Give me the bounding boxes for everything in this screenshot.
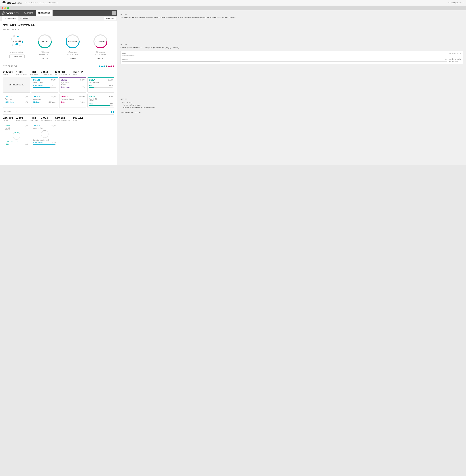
stat-engagement: 1,303 ENGAGEMENT (16, 70, 27, 75)
goal-card-grow-core[interactable]: GROW $1,000 Core audience +28 +529 (87, 77, 114, 93)
notes-section-1: NOTES Ambient goals are ongoing week ove… (120, 13, 463, 19)
chrome-minimize[interactable] (4, 7, 6, 9)
nav-settings-btn[interactable] (112, 11, 116, 15)
goal-preview-budget: $remaining budget (448, 53, 461, 54)
notes-title-2: NOTES (120, 44, 463, 46)
ended-primary-0: +380 (5, 143, 9, 145)
goal-name-7: Age: 20-24Women (89, 98, 113, 102)
notes-title-1: NOTES (120, 13, 463, 15)
new-ad-button[interactable]: NEW AD (104, 17, 116, 20)
stat-value-gen-label: VALUE GENERATED (55, 74, 70, 75)
content: STUART WEITZMAN AMBIENT GOALS (0, 21, 117, 151)
ended-goal-name-0: Age: 20-24Women (5, 127, 28, 131)
stat-spent-label: SPENT (73, 74, 83, 75)
stat-engagement-value: 1,303 (16, 70, 27, 74)
app-nav-logo: SOCIALFLOW (1, 12, 19, 15)
stat-reach-label: REACH (3, 74, 13, 75)
notes-text-2: Current goals color-coded for each type … (120, 46, 463, 49)
chrome-maximize[interactable] (7, 7, 9, 9)
ended-card-grow[interactable]: GROW $1,000 Age: 20-24Women → GOAL EXCEE… (3, 123, 30, 148)
top-logo-text: SOCIALFLOW (7, 1, 22, 4)
goal-name-2: Age: 20-24Women (61, 81, 84, 85)
ended-exceeded-0: GOAL EXCEEDED (5, 141, 28, 143)
stat-value-gen-value: $80,281 (55, 70, 70, 74)
ended-stat-conversions-label: CONVERSIONS (41, 119, 52, 121)
stat-newfans: +481 NEW FANS (30, 70, 38, 75)
ended-goals-title: ENDED GOALS (3, 111, 17, 113)
stat-spent: $60,182 SPENT (73, 70, 83, 75)
nav-tab-cadence[interactable]: CADENCE (22, 10, 36, 16)
goal-card-convert[interactable]: CONVERT $20,000 Newsletter sign up 1,394… (59, 94, 86, 108)
goal-primary-6: 1,394 (61, 101, 65, 103)
goal-preview-card[interactable]: GOAL $remaining budget Audience partitio… (120, 51, 463, 64)
dot-7 (113, 66, 114, 67)
page-title: STUART WEITZMAN (3, 24, 114, 27)
nav-logo-icon (1, 12, 5, 15)
notes-section-2: NOTES Current goals color-coded for each… (120, 44, 463, 64)
goal-type-4: ENGAGE (5, 96, 12, 98)
ended-dot-1 (110, 111, 112, 113)
sub-tab-reports[interactable]: REPORTS (18, 16, 32, 21)
right-panel: NOTES Ambient goals are ongoing week ove… (117, 10, 466, 165)
sub-tab-dashboard[interactable]: DASHBOARD (1, 16, 18, 21)
ended-goal-type-0: GROW (5, 125, 10, 127)
goal-name-6: Newsletter sign up (61, 98, 84, 100)
grow-btn[interactable]: set goal (39, 57, 50, 60)
goal-secondary-5: 1,482 views (47, 101, 56, 103)
goal-primary-1: 1,394 installs (33, 84, 44, 86)
notes-text-1: Ambient goals are ongoing week over week… (120, 16, 463, 19)
goal-preview-label: GOAL (122, 53, 127, 54)
ambient-publish: PUBLISH optimize to post daily optimize … (5, 33, 29, 60)
goal-card-learn[interactable]: LEARN $1,000 Age: 20-24Women 1,394 views… (59, 77, 86, 93)
publish-label: PUBLISH (12, 40, 21, 43)
goal-secondary-1: 1,273 (52, 84, 56, 86)
goal-preview-sublabel: Audience partition (122, 55, 461, 57)
ended-stat-spent-label: SPENT (73, 119, 83, 121)
ended-dot-2 (113, 111, 114, 113)
notes-section-3: NOTES Primary actions: Re-run past campa… (120, 98, 463, 114)
ended-goal-budget-1: $30,000 (51, 125, 56, 127)
goal-card-grow-women[interactable]: GROW $920 Age: 20-24Women +380 +300 (87, 94, 114, 108)
ended-secondary-0: +300 (24, 143, 28, 145)
ended-goal-name-1: Vogue 10 App (33, 127, 56, 129)
publish-note: optimize to post daily (10, 51, 24, 53)
goal-primary-5: 94 views (33, 101, 40, 103)
stat-value-gen: $80,281 VALUE GENERATED (55, 70, 70, 75)
goal-secondary-4: +273 (24, 101, 28, 103)
stat-conversions-label: CONVERSIONS (41, 74, 52, 75)
engage-btn[interactable]: set goal (67, 57, 78, 60)
set-new-goal-card[interactable]: SET NEW GOAL (3, 77, 30, 93)
convert-note: 1% increaseweek over week (95, 51, 106, 56)
ended-stat-newfans-label: NEW FANS (30, 119, 38, 121)
ended-stat-conversions: 2,903 CONVERSIONS (41, 116, 52, 121)
nav-tab-crescendo[interactable]: CRESCENDO (36, 10, 53, 16)
goal-card-engage-video[interactable]: ENGAGE $30,000 Video views 94 views 1,48… (31, 94, 58, 108)
chrome-close[interactable] (1, 7, 3, 9)
goal-card-engage-likes[interactable]: ENGAGE $1,000 Page likes 1,394 views +27… (3, 94, 30, 108)
dot-1 (99, 66, 100, 67)
stat-reach: 286,903 REACH (3, 70, 13, 75)
goal-card-engage-vogue[interactable]: ENGAGE $30,000 Vogue 10 App 1,394 instal… (31, 77, 58, 93)
ended-stats-row: 286,903 REACH 1,303 ENGAGEMENT +481 NEW … (3, 116, 114, 121)
ended-card-engage[interactable]: ENGAGE $30,000 Vogue 10 App → 2 short of… (31, 123, 58, 148)
top-page-title: FACEBOOK GOALS DASHBOARD (25, 2, 58, 4)
convert-btn[interactable]: set goal (95, 57, 106, 60)
active-dots-indicator (99, 66, 114, 67)
goal-budget-6: $20,000 (79, 96, 84, 97)
app-outer: SOCIALFLOW CADENCE CRESCENDO DASHBOARD R… (0, 6, 466, 165)
window-chrome (0, 6, 466, 10)
goals-grid: SET NEW GOAL ENGAGE $30,000 Vogue 10 App… (3, 77, 114, 108)
dot-5 (108, 66, 110, 67)
goal-budget-2: $1,000 (80, 79, 84, 81)
top-logo: SOCIALFLOW (2, 1, 22, 4)
svg-point-2 (4, 13, 4, 14)
ambient-goals-grid: PUBLISH optimize to post daily optimize … (3, 33, 114, 63)
ended-goals-header: ENDED GOALS (3, 111, 114, 113)
goal-type-7: GROW (89, 96, 94, 98)
top-bar: SOCIALFLOW FACEBOOK GOALS DASHBOARD Febr… (0, 0, 466, 6)
stat-conversions-value: 2,903 (41, 70, 52, 74)
ambient-goals-section: AMBIENT GOALS (3, 28, 114, 63)
ended-stat-reach-value: 286,903 (3, 116, 13, 119)
active-goals-title: ACTIVE GOALS (3, 65, 17, 68)
publish-btn[interactable]: optimize now (10, 55, 24, 58)
